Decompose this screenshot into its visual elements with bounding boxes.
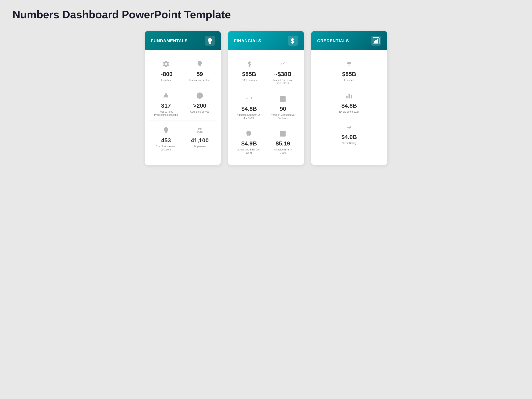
page-title: Numbers Dashboard PowerPoint Template (13, 8, 519, 21)
svg-line-14 (249, 96, 252, 97)
adjusted-op-value: $4.8B (241, 106, 257, 112)
ship-icon (162, 92, 170, 100)
fin-metrics-row-3: $4.9B of Adjusted EBITDA in CY21 (232, 126, 300, 158)
fundamentals-title: FUNDAMENTALS (151, 38, 188, 43)
calendar-icon (279, 95, 287, 103)
dividends-value: 90 (280, 106, 286, 112)
food-feed-label: Food & Feed Processing Locations (154, 110, 178, 117)
food-feed-value: 317 (161, 102, 171, 109)
piggy-icon (245, 130, 253, 138)
credit-label: Credit Rating (342, 142, 356, 145)
svg-line-13 (247, 96, 249, 97)
nyse-value: $4.8B (342, 102, 357, 109)
people-icon (196, 127, 203, 135)
metric-employees: 41,100 Employees (183, 127, 217, 152)
metrics-row-3: 453 Crop Procurement Locations 41,100 (149, 123, 216, 155)
svg-rect-36 (348, 94, 350, 99)
metrics-row-1: ~800 Facilities 59 Innovation Centers (149, 57, 216, 86)
credentials-header: Credentials (311, 31, 387, 50)
market-cap-value: ~$38B (274, 71, 291, 77)
svg-rect-37 (351, 95, 352, 98)
facilities-label: Facilities (161, 79, 171, 82)
svg-point-7 (198, 128, 200, 130)
facilities-value: ~800 (159, 71, 172, 77)
svg-point-4 (199, 63, 200, 64)
cred-metrics-row-1: $85B Founded (316, 57, 383, 86)
pin-icon (162, 127, 170, 135)
fin-metrics-row-1: $ $85B CY21 Revenue ~$38B (232, 57, 300, 89)
eps-label: Adjusted EPS in CY21 (270, 148, 295, 155)
fundamentals-header: FUNDAMENTALS (145, 31, 221, 50)
metrics-row-2: 317 Food & Feed Processing Locations >20… (149, 88, 216, 121)
financials-body: $ $85B CY21 Revenue ~$38B (228, 50, 304, 165)
svg-rect-35 (346, 95, 348, 99)
svg-rect-34 (377, 39, 378, 43)
metric-food-feed: 317 Food & Feed Processing Locations (149, 92, 183, 117)
cal2-icon (279, 130, 287, 138)
metric-market-cap: ~$38B Market Cap as of 12/31/2021 (266, 60, 300, 85)
scale-icon (245, 95, 253, 103)
gear-icon (162, 60, 170, 69)
globe-icon (196, 92, 203, 100)
svg-point-23 (248, 133, 248, 133)
revenue-label: CY21 Revenue (241, 79, 258, 82)
cred-metrics-row-3: $4.9B Credit Rating (316, 120, 383, 149)
svg-point-0 (208, 38, 212, 42)
svg-rect-22 (284, 99, 285, 100)
svg-rect-20 (281, 99, 282, 100)
innovation-label: Innovation Centers (189, 79, 210, 82)
metric-founded: $85B Founded (326, 60, 372, 82)
metric-dividends: 90 Years of Consecutive Dividends (266, 95, 300, 120)
adjusted-op-label: Adjusted Segment OP for CY21 (237, 114, 262, 120)
dollar-icon: $ (245, 60, 253, 69)
ebitda-label: of Adjusted EBITDA in CY21 (237, 148, 262, 155)
svg-point-8 (200, 128, 202, 130)
metric-countries: >200 Countries Served (183, 92, 217, 117)
hand-icon (345, 60, 353, 69)
countries-value: >200 (193, 102, 206, 109)
credentials-card: Credentials (311, 31, 387, 165)
metric-adjusted-op: $4.8B Adjusted Segment OP for CY21 (232, 95, 266, 120)
bar-chart-icon (345, 92, 353, 100)
credit-value: $4.9B (342, 134, 357, 140)
svg-point-6 (165, 129, 167, 130)
eps-value: $5.19 (276, 140, 290, 147)
metric-credit: $4.9B Credit Rating (326, 123, 372, 145)
financials-title: Financials (234, 38, 261, 43)
credentials-title: Credentials (317, 38, 349, 43)
metric-nyse: $4.8B NYSE Since 1924 (326, 92, 372, 114)
dashboard-cards: FUNDAMENTALS (141, 31, 391, 165)
founded-label: Founded (344, 79, 354, 82)
chart-up-icon (279, 60, 287, 69)
fundamentals-icon (205, 36, 215, 46)
metric-crop: 453 Crop Procurement Locations (149, 127, 183, 152)
metric-innovation: 59 Innovation Centers (183, 60, 217, 82)
fundamentals-body: ~800 Facilities 59 Innovation Centers (145, 50, 221, 165)
svg-rect-26 (280, 131, 286, 137)
dividends-label: Years of Consecutive Dividends (270, 114, 295, 120)
svg-rect-32 (374, 41, 375, 43)
crop-value: 453 (161, 137, 171, 144)
nyse-label: NYSE Since 1924 (339, 110, 359, 114)
svg-rect-33 (375, 40, 377, 43)
cred-metrics-row-2: $4.8B NYSE Since 1924 (316, 88, 383, 118)
revenue-value: $85B (242, 71, 256, 77)
metric-facilities: ~800 Facilities (149, 60, 183, 82)
svg-text:$: $ (291, 37, 294, 45)
fin-metrics-row-2: $4.8B Adjusted Segment OP for CY21 (232, 91, 300, 124)
financials-card: Financials $ $ $85B CY21 Revenue (228, 31, 304, 165)
metric-ebitda: $4.9B of Adjusted EBITDA in CY21 (232, 130, 266, 155)
metric-revenue: $ $85B CY21 Revenue (232, 60, 266, 85)
svg-text:$: $ (247, 60, 251, 68)
credentials-body: $85B Founded $4.8B NYSE Since 1924 (311, 50, 387, 165)
innovation-value: 59 (196, 71, 203, 77)
credentials-icon (371, 36, 381, 46)
ebitda-value: $4.9B (241, 140, 257, 147)
metric-eps: $5.19 Adjusted EPS in CY21 (266, 130, 300, 155)
market-cap-label: Market Cap as of 12/31/2021 (270, 79, 295, 85)
employees-value: 41,100 (191, 137, 209, 144)
financials-header: Financials $ (228, 31, 304, 50)
fundamentals-card: FUNDAMENTALS (145, 31, 221, 165)
svg-rect-21 (283, 99, 284, 100)
bulb-icon (196, 60, 203, 69)
